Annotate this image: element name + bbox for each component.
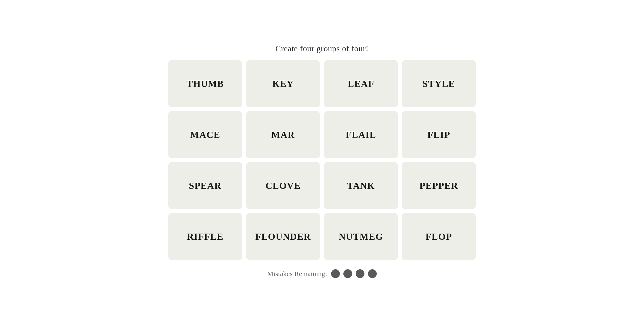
tile-label: STYLE <box>422 78 455 89</box>
tile-nutmeg[interactable]: NUTMEG <box>324 213 398 260</box>
tile-label: FLOUNDER <box>255 231 311 242</box>
tile-label: MACE <box>190 129 220 140</box>
tile-flounder[interactable]: FLOUNDER <box>246 213 320 260</box>
mistake-dot-1 <box>331 269 340 278</box>
game-container: Create four groups of four! THUMBKEYLEAF… <box>168 44 476 278</box>
tile-flop[interactable]: FLOP <box>402 213 476 260</box>
mistake-dot-3 <box>356 269 364 278</box>
tile-label: FLIP <box>427 129 450 140</box>
tile-style[interactable]: STYLE <box>402 60 476 107</box>
game-subtitle: Create four groups of four! <box>275 44 369 53</box>
tile-label: FLOP <box>426 231 452 242</box>
tile-label: KEY <box>272 78 294 89</box>
tile-flail[interactable]: FLAIL <box>324 111 398 158</box>
tile-label: TANK <box>347 180 375 191</box>
tile-label: MAR <box>271 129 295 140</box>
tile-thumb[interactable]: THUMB <box>168 60 242 107</box>
mistake-dot-4 <box>368 269 377 278</box>
tile-key[interactable]: KEY <box>246 60 320 107</box>
tile-grid: THUMBKEYLEAFSTYLEMACEMARFLAILFLIPSPEARCL… <box>168 60 476 260</box>
tile-label: SPEAR <box>189 180 221 191</box>
tile-label: PEPPER <box>419 180 458 191</box>
tile-spear[interactable]: SPEAR <box>168 162 242 209</box>
tile-pepper[interactable]: PEPPER <box>402 162 476 209</box>
tile-tank[interactable]: TANK <box>324 162 398 209</box>
tile-label: FLAIL <box>346 129 376 140</box>
tile-label: NUTMEG <box>339 231 383 242</box>
tile-leaf[interactable]: LEAF <box>324 60 398 107</box>
tile-flip[interactable]: FLIP <box>402 111 476 158</box>
tile-clove[interactable]: CLOVE <box>246 162 320 209</box>
tile-mace[interactable]: MACE <box>168 111 242 158</box>
mistakes-dots <box>331 269 377 278</box>
tile-mar[interactable]: MAR <box>246 111 320 158</box>
tile-riffle[interactable]: RIFFLE <box>168 213 242 260</box>
tile-label: THUMB <box>186 78 224 89</box>
mistakes-label: Mistakes Remaining: <box>267 270 327 278</box>
tile-label: LEAF <box>348 78 374 89</box>
mistake-dot-2 <box>343 269 352 278</box>
tile-label: RIFFLE <box>187 231 223 242</box>
tile-label: CLOVE <box>266 180 301 191</box>
mistakes-section: Mistakes Remaining: <box>267 269 377 278</box>
